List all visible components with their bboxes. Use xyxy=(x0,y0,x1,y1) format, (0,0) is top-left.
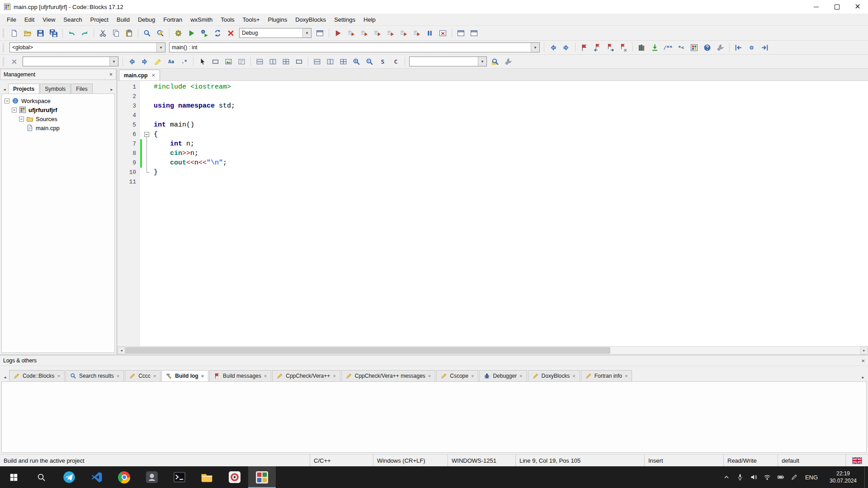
toolbar-grip[interactable] xyxy=(3,57,5,66)
build-target-combo[interactable]: Debug▾ xyxy=(239,28,311,38)
log-tab-cppcheck-vera[interactable]: CppCheck/Vera++× xyxy=(272,370,340,381)
tab-close-icon[interactable]: × xyxy=(57,373,60,379)
tab-close-icon[interactable]: × xyxy=(264,373,267,379)
save-file-button[interactable] xyxy=(34,27,47,39)
menu-help[interactable]: Help xyxy=(359,14,380,25)
menu-view[interactable]: View xyxy=(38,14,59,25)
jump-position-button[interactable] xyxy=(745,41,758,54)
close-button[interactable]: ✕ xyxy=(847,0,868,14)
chevron-down-icon[interactable]: ▾ xyxy=(302,28,311,38)
cut-button[interactable] xyxy=(96,27,109,39)
new-file-button[interactable] xyxy=(8,27,21,39)
tab-files[interactable]: Files xyxy=(71,84,92,94)
thread-search-button[interactable] xyxy=(489,55,502,68)
next-instruction-button[interactable] xyxy=(397,27,410,39)
doxy-help-button[interactable] xyxy=(701,41,714,54)
menu-build[interactable]: Build xyxy=(113,14,134,25)
taskbar-search-button[interactable] xyxy=(28,466,55,488)
tabs-scroll-left-icon[interactable]: ◄ xyxy=(1,88,8,94)
panel-split-v-button[interactable] xyxy=(324,55,337,68)
taskbar-vscode-button[interactable] xyxy=(83,466,110,488)
log-tab-code-blocks[interactable]: Code::Blocks× xyxy=(9,370,65,381)
panel-split-h-button[interactable] xyxy=(311,55,324,68)
tab-close-icon[interactable]: × xyxy=(428,373,431,379)
collapse-expander-icon[interactable] xyxy=(19,117,24,122)
layout-vertical-button[interactable] xyxy=(266,55,279,68)
code-text[interactable]: cout<<n<<"\n"; xyxy=(150,158,868,168)
tab-projects[interactable]: Projects xyxy=(8,84,39,94)
keyboard-layout-flag-icon[interactable] xyxy=(845,455,868,466)
horizontal-scrollbar[interactable]: ◄ ► xyxy=(118,346,868,354)
log-tab-fortran-info[interactable]: Fortran info× xyxy=(581,370,632,381)
doxy-wizard-button[interactable] xyxy=(688,41,701,54)
menu-debug[interactable]: Debug xyxy=(134,14,159,25)
taskbar-image-editor-button[interactable] xyxy=(138,466,165,488)
editor-tab-main-cpp[interactable]: main.cpp× xyxy=(119,70,160,80)
menu-doxyblocks[interactable]: DoxyBlocks xyxy=(291,14,330,25)
taskbar-terminal-button[interactable] xyxy=(165,466,193,488)
taskbar-start-button[interactable] xyxy=(0,466,28,488)
menu-edit[interactable]: Edit xyxy=(20,14,38,25)
microphone-icon[interactable] xyxy=(733,466,747,488)
incsearch-next-button[interactable] xyxy=(138,55,151,68)
layout-horizontal-button[interactable] xyxy=(253,55,266,68)
tab-close-icon[interactable]: × xyxy=(625,373,627,379)
undo-button[interactable] xyxy=(65,27,78,39)
tab-close-icon[interactable]: × xyxy=(519,373,522,379)
incsearch-highlight-button[interactable] xyxy=(151,55,165,68)
code-text[interactable]: int n; xyxy=(150,139,868,149)
code-text[interactable]: { xyxy=(150,130,868,139)
menu-file[interactable]: File xyxy=(3,14,20,25)
menu-plugins[interactable]: Plugins xyxy=(264,14,292,25)
incsearch-clear-button[interactable] xyxy=(8,55,21,68)
management-close-icon[interactable]: × xyxy=(109,71,113,77)
doxy-settings-button[interactable] xyxy=(714,41,727,54)
chevron-down-icon[interactable]: ▾ xyxy=(156,43,165,52)
taskbar-codeblocks-button[interactable] xyxy=(248,466,276,488)
volume-icon[interactable] xyxy=(747,466,760,488)
fold-collapse-icon[interactable] xyxy=(144,132,149,137)
abort-build-button[interactable] xyxy=(224,27,237,39)
battery-icon[interactable] xyxy=(774,466,788,488)
menu-tools[interactable]: Tools xyxy=(217,14,238,25)
pen-icon[interactable] xyxy=(788,466,801,488)
image-tool-button[interactable] xyxy=(222,55,235,68)
step-into-instruction-button[interactable] xyxy=(410,27,423,39)
rebuild-button[interactable] xyxy=(211,27,224,39)
code-text[interactable] xyxy=(150,177,868,187)
incsearch-regex-button[interactable]: .* xyxy=(178,55,191,68)
debug-continue-button[interactable] xyxy=(331,27,344,39)
compiler-settings-button[interactable] xyxy=(313,27,326,39)
tree-item-main-cpp[interactable]: main.cpp xyxy=(2,123,114,132)
scrollbar-thumb[interactable] xyxy=(125,347,610,354)
log-tab-doxyblocks[interactable]: DoxyBlocks× xyxy=(528,370,580,381)
toggle-bookmark-button[interactable] xyxy=(578,41,591,54)
browse-forward-button[interactable] xyxy=(560,41,573,54)
menu-project[interactable]: Project xyxy=(86,14,113,25)
clear-bookmarks-button[interactable] xyxy=(617,41,630,54)
layout-frame-button[interactable] xyxy=(292,55,306,68)
taskbar-browser-button[interactable] xyxy=(221,466,248,488)
browse-back-button[interactable] xyxy=(547,41,560,54)
incsearch-combo[interactable]: ▾ xyxy=(23,56,118,66)
tree-item-sources[interactable]: Sources xyxy=(2,114,114,123)
source-style-button[interactable]: S xyxy=(376,55,389,68)
code-text[interactable]: #include <iostream> xyxy=(150,82,868,92)
chevron-down-icon[interactable]: ▾ xyxy=(478,57,486,66)
find-button[interactable] xyxy=(141,27,154,39)
code-text[interactable]: } xyxy=(150,168,868,177)
build-log-output[interactable] xyxy=(1,381,867,453)
taskbar-telegram-button[interactable] xyxy=(55,466,83,488)
run-button[interactable] xyxy=(185,27,198,39)
open-file-button[interactable] xyxy=(21,27,34,39)
tray-expand-icon[interactable] xyxy=(720,466,733,488)
log-tab-search-results[interactable]: Search results× xyxy=(66,370,124,381)
build-and-run-button[interactable] xyxy=(198,27,211,39)
taskbar-clock[interactable]: 22:19 30.07.2024 xyxy=(822,466,864,488)
break-debugger-button[interactable] xyxy=(423,27,436,39)
code-text[interactable]: int main() xyxy=(150,120,868,130)
step-into-button[interactable] xyxy=(371,27,384,39)
tabs-scroll-right-icon[interactable]: ► xyxy=(108,88,115,94)
previous-bookmark-button[interactable] xyxy=(591,41,604,54)
menu-settings[interactable]: Settings xyxy=(330,14,359,25)
